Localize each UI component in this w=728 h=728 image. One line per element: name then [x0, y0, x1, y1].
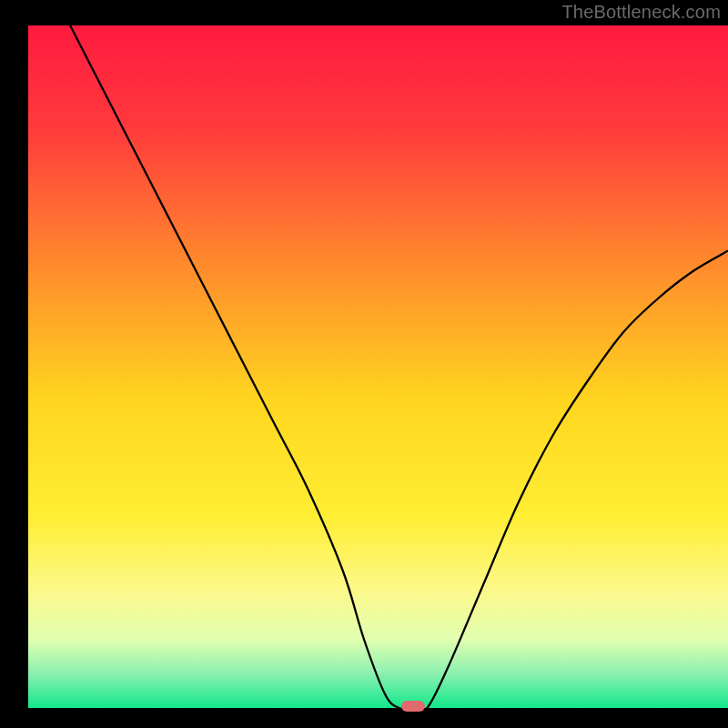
optimal-marker — [401, 701, 425, 712]
bottleneck-chart — [0, 0, 728, 728]
watermark-text: TheBottleneck.com — [561, 2, 721, 23]
plot-background — [28, 25, 728, 708]
chart-frame: TheBottleneck.com — [0, 0, 728, 728]
